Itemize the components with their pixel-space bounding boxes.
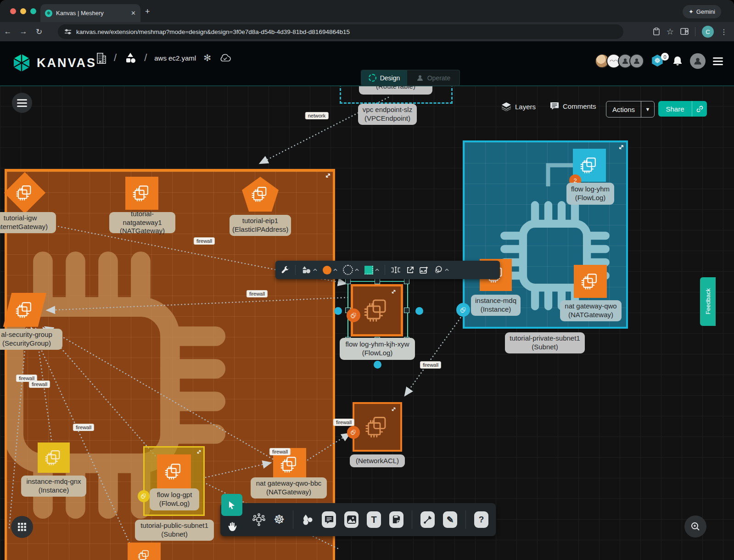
configure-wrench-icon[interactable] [281, 266, 290, 274]
feedback-tab[interactable]: Feedback [700, 277, 716, 326]
layers-icon [501, 102, 511, 111]
mode-toggle: Design Operate [361, 70, 460, 86]
actions-caret-icon[interactable]: ▼ [641, 106, 654, 112]
header-menu-icon[interactable] [713, 57, 723, 65]
expand-region-icon[interactable] [325, 173, 331, 179]
new-tab-button[interactable]: + [145, 7, 150, 16]
node-label-private-subnet[interactable]: tutorial-private-subnet1(Subnet) [505, 332, 585, 353]
window-close-button[interactable] [10, 8, 16, 14]
zoom-button[interactable] [684, 515, 706, 538]
window-minimize-button[interactable] [20, 8, 26, 14]
bookmark-star-icon[interactable]: ☆ [667, 27, 674, 37]
node-partially-offscreen[interactable] [128, 543, 161, 560]
expand-region-icon[interactable] [618, 144, 624, 150]
connector-dot-left[interactable] [334, 307, 342, 315]
pan-tool[interactable] [222, 518, 241, 535]
rename-tool-icon[interactable] [391, 266, 401, 274]
expand-node-icon[interactable] [391, 407, 396, 412]
node-flowlog-gpt[interactable] [157, 454, 191, 488]
gemini-button[interactable]: ✦ Gemini [683, 5, 721, 18]
image-tool[interactable] [344, 511, 359, 528]
expand-node-icon[interactable] [391, 289, 396, 294]
apps-grid-button[interactable] [11, 516, 33, 538]
organization-icon[interactable] [95, 51, 106, 64]
environment-badge[interactable]: ☸ 0 [651, 55, 665, 67]
sticky-note-tool[interactable] [389, 511, 403, 528]
node-label-igw[interactable]: tutorial-igw(InternetGateway) [0, 212, 56, 233]
node-label-security-group[interactable]: al-security-group(SecurityGroup) [0, 329, 62, 350]
edge-label-firewall: firewall [247, 290, 268, 297]
window-zoom-button[interactable] [30, 8, 36, 14]
resize-handle[interactable] [404, 308, 409, 313]
collaborator-avatars[interactable]: ◠◠ [598, 54, 644, 68]
node-label-natgw-bbc[interactable]: nat gateway-qwo-bbc(NATGateway) [251, 477, 327, 498]
share-button[interactable]: Share [658, 101, 707, 117]
add-image-icon[interactable] [420, 266, 428, 274]
node-label-public-subnet[interactable]: tutorial-public-subnet1(Subnet) [135, 520, 214, 541]
connector-pen-tool[interactable] [420, 511, 435, 528]
expand-node-icon[interactable] [196, 449, 202, 454]
tab-operate[interactable]: Operate [407, 70, 459, 85]
share-link-icon[interactable] [692, 106, 707, 112]
workspace-shapes-icon[interactable] [124, 52, 137, 64]
browser-menu-icon[interactable]: ⋮ [720, 28, 728, 36]
design-file-name[interactable]: aws ec2.yaml [154, 54, 196, 62]
canvas-menu-button[interactable] [12, 93, 32, 113]
text-tool[interactable]: T [367, 511, 381, 528]
node-nat-gateway-qwo[interactable] [574, 265, 607, 298]
avatar[interactable] [629, 54, 644, 68]
bookmark-list-icon[interactable] [653, 28, 660, 36]
header-right: ◠◠ ☸ 0 [598, 53, 723, 69]
node-instance-mdq-gnx[interactable] [38, 442, 70, 473]
user-avatar[interactable] [690, 53, 706, 69]
layers-control[interactable]: Layers [501, 102, 536, 111]
node-label-flowlog-selected[interactable]: flow log-yhm-kjh-xyw(FlowLog) [340, 338, 415, 360]
shapes-tool[interactable] [301, 266, 317, 274]
resize-handle[interactable] [345, 279, 351, 284]
actions-button[interactable]: Actions ▼ [606, 101, 655, 118]
kanvas-brand[interactable]: KANVAS [12, 53, 96, 73]
shapes-panel-tool[interactable] [302, 514, 314, 526]
lasso-tool[interactable] [434, 266, 449, 274]
menu-icon [17, 99, 27, 107]
node-label-eip1[interactable]: tutorial-eip1(ElasticIPAddress) [230, 215, 291, 236]
node-label-vpc-endpoint[interactable]: vpc endpoint-slz(VPCEndpoint) [358, 104, 417, 125]
kubernetes-tool[interactable]: ☸ [274, 512, 285, 527]
node-label-flowlog-yhm[interactable]: flow log-yhm(FlowLog) [566, 183, 614, 205]
forward-button[interactable]: → [16, 27, 31, 36]
side-panel-icon[interactable] [680, 28, 689, 35]
node-label-natgateway1[interactable]: tutorial-natgateway1(NATGateway) [109, 212, 175, 233]
border-style-tool[interactable] [343, 265, 359, 275]
back-button[interactable]: ← [0, 27, 16, 36]
node-label-flowlog-gpt[interactable]: flow log-gpt(FlowLog) [150, 488, 199, 510]
meshery-snowflake-icon[interactable]: ✻ [203, 52, 211, 63]
open-external-icon[interactable] [406, 266, 414, 274]
select-tool[interactable] [221, 494, 242, 516]
node-label-natgw-qwo[interactable]: nat gateway-qwo(NATGateway) [560, 300, 622, 321]
notifications-bell-icon[interactable] [672, 56, 683, 67]
resize-handle[interactable] [404, 279, 409, 284]
connector-dot-right[interactable] [415, 307, 423, 315]
tab-design[interactable]: Design [361, 70, 407, 85]
cloud-save-icon[interactable] [219, 53, 231, 62]
freehand-draw-tool[interactable]: ✎ [443, 511, 457, 528]
comments-control[interactable]: Comments [550, 102, 596, 110]
address-bar[interactable]: kanvas.new/extension/meshmap?mode=design… [58, 24, 623, 39]
browser-profile-avatar[interactable]: C [702, 26, 714, 38]
browser-tab[interactable]: ✻ Kanvas | Meshery ✕ [40, 4, 140, 22]
site-settings-icon[interactable] [64, 28, 72, 35]
node-label-network-acl[interactable]: (NetworkACL) [350, 454, 405, 467]
comment-tool[interactable] [322, 511, 336, 528]
connector-dot-bottom[interactable] [374, 361, 381, 369]
help-tool[interactable]: ? [474, 511, 488, 528]
color-tool[interactable] [323, 266, 337, 274]
kanvas-logo-icon [12, 53, 31, 73]
node-label-instance-mdq[interactable]: instance-mdq(Instance) [471, 295, 521, 316]
tab-close-icon[interactable]: ✕ [131, 10, 136, 17]
resize-handle[interactable] [375, 279, 380, 284]
mesh-components-tool[interactable] [252, 513, 265, 526]
node-nat-gateway-1[interactable] [125, 177, 158, 210]
shape-fill-tool[interactable] [364, 266, 379, 274]
reload-button[interactable]: ↻ [31, 27, 47, 37]
node-label-instance-gnx[interactable]: instance-mdq-gnx(Instance) [21, 476, 86, 497]
